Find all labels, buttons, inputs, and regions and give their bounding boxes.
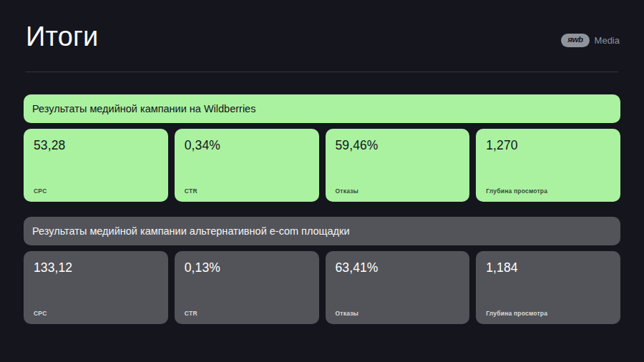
section-header-alt-ecom: Результаты медийной кампании альтернатив… xyxy=(24,217,620,245)
metric-label: CPC xyxy=(34,310,47,317)
metric-value: 133,12 xyxy=(34,260,158,275)
metric-label: CTR xyxy=(185,187,197,195)
metric-label: CTR xyxy=(185,310,197,317)
metric-label: Глубина просмотра xyxy=(486,187,547,195)
metric-label: Отказы xyxy=(336,310,359,317)
metric-card-view-depth: 1,270 Глубина просмотра xyxy=(476,129,620,202)
logo-label: Media xyxy=(595,35,620,46)
metric-card-view-depth: 1,184 Глубина просмотра xyxy=(476,251,620,324)
section-alt-ecom: Результаты медийной кампании альтернатив… xyxy=(24,217,620,324)
metric-value: 53,28 xyxy=(34,138,158,153)
metric-label: CPC xyxy=(34,187,47,195)
slide-content: Результаты медийной кампании на Wildberr… xyxy=(0,72,644,324)
slide: Итоги яwb Media Результаты медийной камп… xyxy=(0,0,644,362)
page-title: Итоги xyxy=(26,21,99,53)
metric-card-bounces: 59,46% Отказы xyxy=(326,129,470,202)
brand-logo: яwb Media xyxy=(561,34,620,47)
metric-value: 59,46% xyxy=(336,138,460,153)
metric-cards-row: 53,28 CPC 0,34% CTR 59,46% Отказы 1,270 … xyxy=(24,129,620,202)
metric-card-cpc: 133,12 CPC xyxy=(24,251,168,324)
metric-card-ctr: 0,34% CTR xyxy=(175,129,319,202)
section-header-wildberries: Результаты медийной кампании на Wildberr… xyxy=(24,94,620,123)
metric-cards-row: 133,12 CPC 0,13% CTR 63,41% Отказы 1,184… xyxy=(24,251,620,324)
metric-card-bounces: 63,41% Отказы xyxy=(326,251,470,324)
metric-value: 63,41% xyxy=(336,260,460,275)
metric-label: Отказы xyxy=(336,187,359,195)
rwb-logo-icon: яwb xyxy=(561,34,589,47)
slide-header: Итоги яwb Media xyxy=(0,0,644,53)
metric-label: Глубина просмотра xyxy=(486,310,547,317)
section-wildberries: Результаты медийной кампании на Wildberr… xyxy=(24,94,620,202)
metric-card-cpc: 53,28 CPC xyxy=(24,129,168,202)
metric-card-ctr: 0,13% CTR xyxy=(175,251,319,324)
metric-value: 1,270 xyxy=(486,138,610,153)
metric-value: 1,184 xyxy=(486,260,610,275)
metric-value: 0,34% xyxy=(185,138,309,153)
metric-value: 0,13% xyxy=(185,260,309,275)
